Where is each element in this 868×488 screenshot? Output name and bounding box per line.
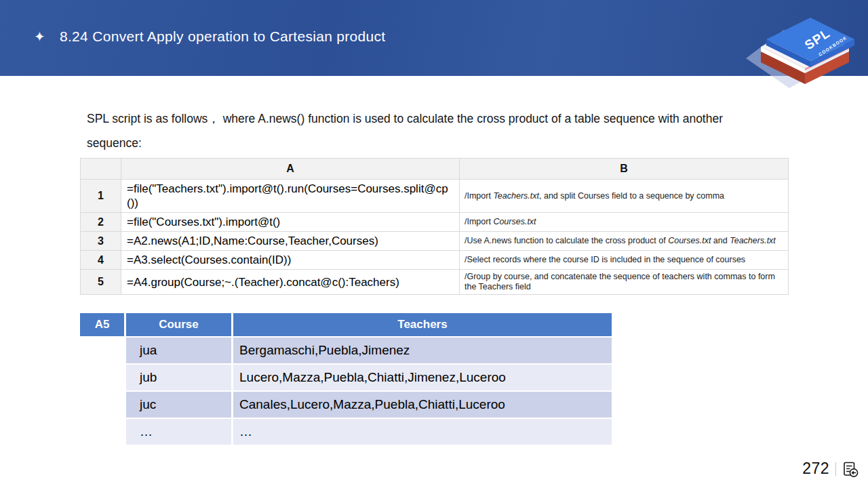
- result-row-spacer: [80, 392, 124, 418]
- spl-code-table: A B 1=file("Teachers.txt").import@t().ru…: [80, 158, 789, 295]
- row-number-cell: 3: [81, 232, 121, 251]
- spl-cookbook-logo: SPL COOKBOOK: [741, 4, 864, 88]
- result-table-col-teachers: Teachers: [233, 313, 612, 336]
- comment-cell: /Use A.news function to calculate the cr…: [460, 232, 789, 251]
- intro-text: SPL script is as follows， where A.news()…: [87, 107, 775, 155]
- result-table: A5 Course Teachers juaBergamaschi,Puebla…: [80, 313, 612, 445]
- code-cell: =file("Teachers.txt").import@t().run(Cou…: [121, 180, 460, 213]
- comment-cell: /Select records where the course ID is i…: [460, 251, 789, 270]
- code-table-row: 5=A4.group(Course;~.(Teacher).concat@c()…: [81, 270, 789, 295]
- code-table-col-b-header: B: [460, 159, 789, 180]
- code-table-row: 2=file("Courses.txt").import@t()/Import …: [81, 213, 789, 232]
- page-number: 272: [802, 460, 829, 478]
- code-cell: =A3.select(Courses.contain(ID)): [121, 251, 460, 270]
- comment-cell: /Import Courses.txt: [460, 213, 789, 232]
- page-title: 8.24 Convert Apply operation to Cartesia…: [60, 27, 385, 46]
- document-return-icon[interactable]: [842, 461, 859, 477]
- code-cell: =A4.group(Course;~.(Teacher).concat@c():…: [121, 270, 460, 295]
- result-course-cell: …: [126, 419, 231, 445]
- footer-divider: [835, 462, 836, 476]
- code-table-row: 1=file("Teachers.txt").import@t().run(Co…: [81, 180, 789, 213]
- result-row-spacer: [80, 419, 124, 445]
- result-table-col-course: Course: [126, 313, 231, 336]
- result-course-cell: jua: [126, 338, 231, 363]
- result-teachers-cell: …: [233, 419, 612, 445]
- footer: 272: [802, 460, 859, 478]
- code-table-row: 3=A2.news(A1;ID,Name:Course,Teacher,Cour…: [81, 232, 789, 251]
- comment-cell: /Group by course, and concatenate the se…: [460, 270, 789, 295]
- result-teachers-cell: Bergamaschi,Puebla,Jimenez: [233, 338, 612, 363]
- result-row-spacer: [80, 365, 124, 390]
- code-table-col-a-header: A: [121, 159, 460, 180]
- header-bar: ✦ 8.24 Convert Apply operation to Cartes…: [0, 0, 868, 76]
- code-table-header-row: A B: [81, 159, 789, 180]
- slide: ✦ 8.24 Convert Apply operation to Cartes…: [0, 0, 868, 488]
- result-row-spacer: [80, 338, 124, 363]
- result-course-cell: juc: [126, 392, 231, 418]
- result-teachers-cell: Canales,Lucero,Mazza,Puebla,Chiatti,Luce…: [233, 392, 612, 418]
- code-cell: =file("Courses.txt").import@t(): [121, 213, 460, 232]
- comment-cell: /Import Teachers.txt, and split Courses …: [460, 180, 789, 213]
- row-number-cell: 1: [81, 180, 121, 213]
- result-course-cell: jub: [126, 365, 231, 390]
- code-table-row: 4=A3.select(Courses.contain(ID))/Select …: [81, 251, 789, 270]
- code-table-corner-cell: [81, 159, 121, 180]
- code-cell: =A2.news(A1;ID,Name:Course,Teacher,Cours…: [121, 232, 460, 251]
- result-teachers-cell: Lucero,Mazza,Puebla,Chiatti,Jimenez,Luce…: [233, 365, 612, 390]
- row-number-cell: 5: [81, 270, 121, 295]
- result-table-corner-label: A5: [80, 313, 124, 336]
- star-icon: ✦: [34, 27, 45, 46]
- row-number-cell: 4: [81, 251, 121, 270]
- row-number-cell: 2: [81, 213, 121, 232]
